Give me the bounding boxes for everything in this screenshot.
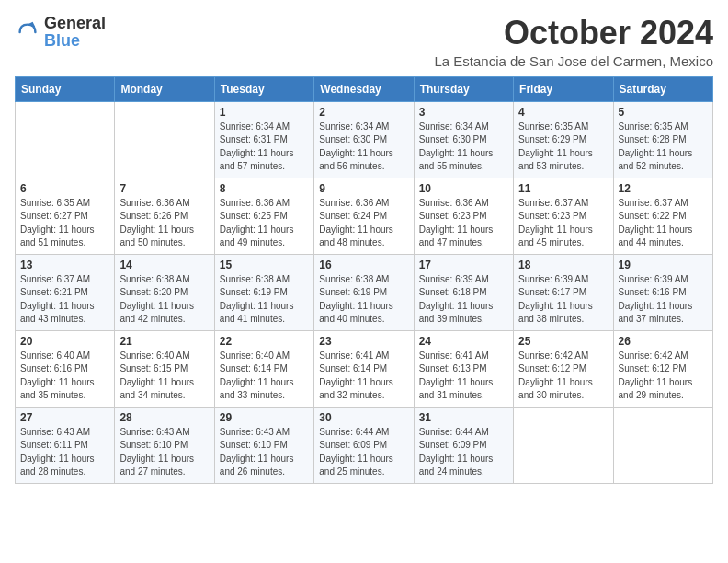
day-detail: Sunrise: 6:42 AM Sunset: 6:12 PM Dayligh…: [619, 350, 708, 403]
day-number: 11: [518, 182, 608, 195]
logo-icon: [15, 19, 40, 45]
title-block: October 2024 La Estancia de San Jose del…: [435, 15, 714, 69]
day-number: 16: [319, 259, 408, 271]
weekday-header-saturday: Saturday: [613, 76, 712, 101]
day-detail: Sunrise: 6:34 AM Sunset: 6:31 PM Dayligh…: [220, 121, 309, 174]
day-number: 23: [319, 335, 408, 348]
day-detail: Sunrise: 6:44 AM Sunset: 6:09 PM Dayligh…: [419, 426, 508, 479]
calendar-cell: 21Sunrise: 6:40 AM Sunset: 6:15 PM Dayli…: [115, 330, 214, 407]
day-number: 12: [619, 182, 708, 195]
day-detail: Sunrise: 6:38 AM Sunset: 6:20 PM Dayligh…: [119, 273, 209, 327]
calendar-cell: 29Sunrise: 6:43 AM Sunset: 6:10 PM Dayli…: [214, 407, 313, 483]
calendar-cell: 27Sunrise: 6:43 AM Sunset: 6:11 PM Dayli…: [16, 407, 115, 483]
day-number: 28: [119, 411, 209, 424]
day-number: 26: [619, 335, 708, 348]
day-detail: Sunrise: 6:36 AM Sunset: 6:24 PM Dayligh…: [319, 197, 408, 250]
day-number: 17: [419, 259, 508, 271]
logo-general-text: General: [44, 14, 106, 32]
calendar-cell: 19Sunrise: 6:39 AM Sunset: 6:16 PM Dayli…: [613, 254, 712, 330]
day-detail: Sunrise: 6:41 AM Sunset: 6:13 PM Dayligh…: [419, 350, 508, 403]
day-detail: Sunrise: 6:40 AM Sunset: 6:14 PM Dayligh…: [220, 350, 309, 403]
calendar-cell: [514, 407, 613, 483]
day-number: 3: [419, 106, 508, 119]
calendar-cell: 31Sunrise: 6:44 AM Sunset: 6:09 PM Dayli…: [414, 407, 513, 483]
calendar-cell: 20Sunrise: 6:40 AM Sunset: 6:16 PM Dayli…: [16, 330, 115, 407]
day-detail: Sunrise: 6:34 AM Sunset: 6:30 PM Dayligh…: [419, 121, 508, 174]
day-detail: Sunrise: 6:34 AM Sunset: 6:30 PM Dayligh…: [319, 121, 408, 174]
calendar-cell: 26Sunrise: 6:42 AM Sunset: 6:12 PM Dayli…: [613, 330, 712, 407]
day-number: 29: [220, 411, 309, 424]
weekday-header-sunday: Sunday: [16, 76, 115, 101]
day-detail: Sunrise: 6:44 AM Sunset: 6:09 PM Dayligh…: [319, 426, 408, 479]
calendar-cell: 30Sunrise: 6:44 AM Sunset: 6:09 PM Dayli…: [314, 407, 414, 483]
calendar-cell: 12Sunrise: 6:37 AM Sunset: 6:22 PM Dayli…: [613, 178, 712, 254]
calendar-week-2: 6Sunrise: 6:35 AM Sunset: 6:27 PM Daylig…: [16, 178, 713, 254]
day-number: 24: [419, 335, 508, 348]
calendar-cell: 8Sunrise: 6:36 AM Sunset: 6:25 PM Daylig…: [214, 178, 313, 254]
calendar-week-1: 1Sunrise: 6:34 AM Sunset: 6:31 PM Daylig…: [16, 101, 713, 178]
calendar-table: SundayMondayTuesdayWednesdayThursdayFrid…: [15, 76, 713, 484]
calendar-cell: 23Sunrise: 6:41 AM Sunset: 6:14 PM Dayli…: [314, 330, 414, 407]
calendar-cell: 28Sunrise: 6:43 AM Sunset: 6:10 PM Dayli…: [115, 407, 214, 483]
calendar-cell: 5Sunrise: 6:35 AM Sunset: 6:28 PM Daylig…: [613, 101, 712, 178]
day-detail: Sunrise: 6:37 AM Sunset: 6:22 PM Dayligh…: [619, 197, 708, 250]
day-detail: Sunrise: 6:36 AM Sunset: 6:26 PM Dayligh…: [119, 197, 209, 250]
calendar-cell: 6Sunrise: 6:35 AM Sunset: 6:27 PM Daylig…: [16, 178, 115, 254]
day-detail: Sunrise: 6:40 AM Sunset: 6:16 PM Dayligh…: [20, 350, 109, 403]
calendar-cell: 7Sunrise: 6:36 AM Sunset: 6:26 PM Daylig…: [115, 178, 214, 254]
day-detail: Sunrise: 6:43 AM Sunset: 6:10 PM Dayligh…: [119, 426, 209, 479]
weekday-header-row: SundayMondayTuesdayWednesdayThursdayFrid…: [16, 76, 713, 101]
calendar-cell: 17Sunrise: 6:39 AM Sunset: 6:18 PM Dayli…: [414, 254, 513, 330]
day-number: 31: [419, 411, 508, 424]
calendar-cell: [16, 101, 115, 178]
day-detail: Sunrise: 6:35 AM Sunset: 6:29 PM Dayligh…: [518, 121, 608, 174]
day-number: 10: [419, 182, 508, 195]
day-detail: Sunrise: 6:37 AM Sunset: 6:21 PM Dayligh…: [20, 273, 109, 327]
calendar-cell: 10Sunrise: 6:36 AM Sunset: 6:23 PM Dayli…: [414, 178, 513, 254]
weekday-header-monday: Monday: [115, 76, 214, 101]
calendar-cell: 2Sunrise: 6:34 AM Sunset: 6:30 PM Daylig…: [314, 101, 414, 178]
svg-rect-0: [15, 19, 40, 45]
day-number: 20: [20, 335, 109, 348]
day-detail: Sunrise: 6:36 AM Sunset: 6:25 PM Dayligh…: [220, 197, 309, 250]
day-detail: Sunrise: 6:38 AM Sunset: 6:19 PM Dayligh…: [319, 273, 408, 327]
weekday-header-wednesday: Wednesday: [314, 76, 414, 101]
day-detail: Sunrise: 6:39 AM Sunset: 6:18 PM Dayligh…: [419, 273, 508, 327]
logo-blue-text: Blue: [44, 31, 80, 50]
calendar-cell: 16Sunrise: 6:38 AM Sunset: 6:19 PM Dayli…: [314, 254, 414, 330]
day-detail: Sunrise: 6:41 AM Sunset: 6:14 PM Dayligh…: [319, 350, 408, 403]
calendar-cell: 18Sunrise: 6:39 AM Sunset: 6:17 PM Dayli…: [514, 254, 613, 330]
day-number: 14: [119, 259, 209, 271]
calendar-cell: 24Sunrise: 6:41 AM Sunset: 6:13 PM Dayli…: [414, 330, 513, 407]
day-number: 4: [518, 106, 608, 119]
day-number: 9: [319, 182, 408, 195]
day-number: 1: [220, 106, 309, 119]
logo: General Blue: [15, 15, 106, 50]
calendar-cell: 15Sunrise: 6:38 AM Sunset: 6:19 PM Dayli…: [214, 254, 313, 330]
location-title: La Estancia de San Jose del Carmen, Mexi…: [435, 53, 714, 69]
calendar-cell: 25Sunrise: 6:42 AM Sunset: 6:12 PM Dayli…: [514, 330, 613, 407]
calendar-cell: 14Sunrise: 6:38 AM Sunset: 6:20 PM Dayli…: [115, 254, 214, 330]
day-number: 25: [518, 335, 608, 348]
calendar-cell: [115, 101, 214, 178]
weekday-header-friday: Friday: [514, 76, 613, 101]
day-detail: Sunrise: 6:43 AM Sunset: 6:11 PM Dayligh…: [20, 426, 109, 479]
weekday-header-tuesday: Tuesday: [214, 76, 313, 101]
day-detail: Sunrise: 6:39 AM Sunset: 6:16 PM Dayligh…: [619, 273, 708, 327]
weekday-header-thursday: Thursday: [414, 76, 513, 101]
month-title: October 2024: [435, 15, 714, 52]
day-number: 21: [119, 335, 209, 348]
day-number: 5: [619, 106, 708, 119]
day-number: 19: [619, 259, 708, 271]
calendar-cell: 11Sunrise: 6:37 AM Sunset: 6:23 PM Dayli…: [514, 178, 613, 254]
calendar-cell: 1Sunrise: 6:34 AM Sunset: 6:31 PM Daylig…: [214, 101, 313, 178]
day-number: 30: [319, 411, 408, 424]
day-detail: Sunrise: 6:38 AM Sunset: 6:19 PM Dayligh…: [220, 273, 309, 327]
day-number: 15: [220, 259, 309, 271]
calendar-cell: 22Sunrise: 6:40 AM Sunset: 6:14 PM Dayli…: [214, 330, 313, 407]
calendar-header: SundayMondayTuesdayWednesdayThursdayFrid…: [16, 76, 713, 101]
day-detail: Sunrise: 6:42 AM Sunset: 6:12 PM Dayligh…: [518, 350, 608, 403]
day-number: 6: [20, 182, 109, 195]
calendar-cell: 4Sunrise: 6:35 AM Sunset: 6:29 PM Daylig…: [514, 101, 613, 178]
day-detail: Sunrise: 6:35 AM Sunset: 6:27 PM Dayligh…: [20, 197, 109, 250]
